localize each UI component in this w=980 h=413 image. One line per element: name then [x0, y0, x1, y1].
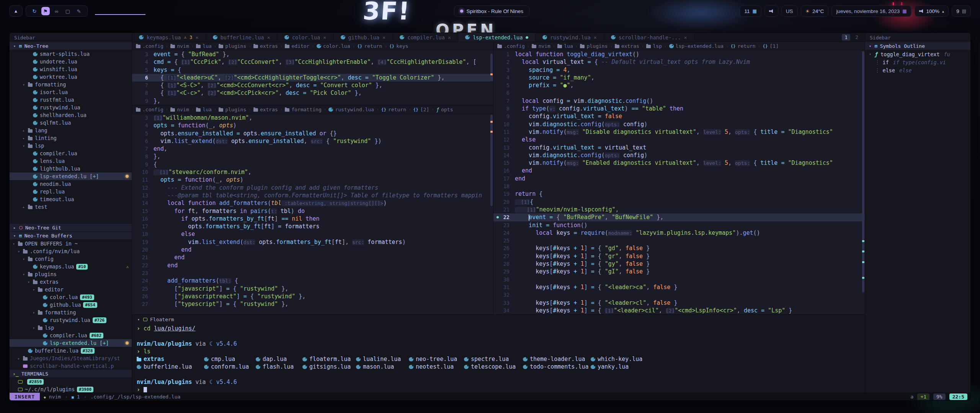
- outline-item[interactable]: ⋮ifif type(config.vi: [865, 58, 970, 66]
- code-line[interactable]: 10 [1]"stevearc/conform.nvim",: [132, 168, 493, 176]
- code-line[interactable]: 5 prefix = "●",: [493, 81, 865, 89]
- breadcrumb-item[interactable]: plugins: [219, 43, 246, 49]
- code-line[interactable]: 19 vim.list_extend(dst: opts.formatters_…: [132, 238, 493, 246]
- terminal-row[interactable]: #2859: [10, 378, 132, 385]
- scrollbar-thumb[interactable]: [490, 115, 493, 206]
- tab-lsp-extended-lua[interactable]: lsp-extended.lua●: [458, 33, 536, 42]
- quick-input[interactable]: [95, 7, 145, 15]
- breadcrumb-item[interactable]: ƒopts: [436, 107, 453, 112]
- breadcrumb-item[interactable]: {}return: [730, 43, 755, 49]
- buffer-row[interactable]: color.lua#493: [10, 293, 132, 301]
- code-line[interactable]: 17 opts.formatters_by_ft[ft] = formatter…: [132, 223, 493, 230]
- breadcrumb-item[interactable]: extras: [253, 43, 278, 49]
- section-header-neotree[interactable]: ▾ ▤ Neo-Tree: [10, 42, 132, 50]
- breadcrumb-item[interactable]: {}[1]: [763, 43, 779, 49]
- buffer-row[interactable]: ▾config: [10, 255, 132, 263]
- tab-bufferline-lua[interactable]: bufferline.lua×: [206, 33, 278, 42]
- outline-item[interactable]: ▾ƒtoggle_diag_virtextfu: [865, 50, 970, 58]
- code-line[interactable]: 20 [1]{: [493, 198, 865, 206]
- battery-island[interactable]: 9 ▤: [952, 5, 971, 17]
- code-line[interactable]: 11 opts = function(_, opts): [132, 176, 493, 184]
- code-line[interactable]: 26 ["javascriptreact"] = { "rustywind" }…: [132, 293, 493, 300]
- code-line[interactable]: 21 [1]"neovim/nvim-lspconfig",: [493, 206, 865, 213]
- breadcrumb-item[interactable]: formatting: [285, 107, 321, 112]
- tree-row[interactable]: rustfmt.lua: [10, 96, 132, 104]
- code-line[interactable]: 2 local virtual_text = { -- Default virt…: [493, 58, 865, 66]
- tab-rustywind-lua[interactable]: rustywind.lua×: [536, 33, 604, 42]
- code-line[interactable]: 11 vim.notify(msg: "Disable diagnostics …: [493, 128, 865, 136]
- tree-row[interactable]: repl.lua: [10, 188, 132, 195]
- code-line[interactable]: 12 --- Extend the conform plugin config …: [132, 184, 493, 192]
- breadcrumb-item[interactable]: {}keys: [389, 43, 408, 49]
- date-island[interactable]: jueves, noviembre 16, 2023 ▦: [831, 5, 911, 17]
- code-line[interactable]: 20 end: [132, 246, 493, 254]
- code-line[interactable]: 33 keys[#keys + 1] = { "<leader>cl", fal…: [493, 299, 865, 307]
- code-line[interactable]: 1local function toggle_diag_virtext(): [493, 50, 865, 58]
- code-line[interactable]: 18 else: [132, 230, 493, 238]
- code-line[interactable]: 15 for ft, formatters in pairs(t: tbl) d…: [132, 207, 493, 215]
- buffer-row[interactable]: ▾formatting: [10, 309, 132, 316]
- code-line[interactable]: 3 spacing = 4,: [493, 66, 865, 74]
- tree-row[interactable]: neodim.lua: [10, 180, 132, 188]
- topbar-input-island[interactable]: [91, 5, 150, 17]
- code-line[interactable]: 4opts = function(_, opts): [132, 122, 493, 129]
- terminal-winbar[interactable]: ▾ Floaterm: [132, 315, 865, 324]
- buffer-row[interactable]: bufferline.lua#328: [10, 347, 132, 354]
- buffer-row[interactable]: rustywind.lua#726: [10, 316, 132, 324]
- code-line[interactable]: 6 { [1]"<leader>uC", [2]"<cmd>CccHighlig…: [132, 74, 493, 81]
- tree-row[interactable]: smart-splits.lua: [10, 50, 132, 58]
- code-line[interactable]: 19return {: [493, 190, 865, 198]
- tree-row[interactable]: compiler.lua: [10, 150, 132, 157]
- code-line[interactable]: 30: [493, 276, 865, 283]
- buffer-row[interactable]: compiler.lua#682: [10, 332, 132, 339]
- code-line[interactable]: 27 keys[#keys + 1] = { "gr", false }: [493, 252, 865, 260]
- buffer-row[interactable]: ▾lsp: [10, 324, 132, 332]
- breadcrumb-item[interactable]: plugins: [219, 107, 246, 112]
- code-line[interactable]: 6 vim.list_extend(dst: opts.ensure_insta…: [132, 137, 493, 145]
- breadcrumb-item[interactable]: plugins: [580, 43, 608, 49]
- breadcrumb-item[interactable]: lsp-extended.lua: [669, 43, 724, 49]
- breadcrumb-item[interactable]: rustywind.lua: [328, 107, 374, 112]
- buffer-row[interactable]: ▾.config/nvim/lua: [10, 247, 132, 255]
- code-line[interactable]: 31 keys[#keys + 1] = { "<leader>ca", fal…: [493, 283, 865, 291]
- code-line[interactable]: 12 else: [493, 136, 865, 143]
- code-line[interactable]: 21 end: [132, 254, 493, 261]
- music-pill[interactable]: Spiritbox - Rule Of Nines: [454, 5, 530, 17]
- tree-row[interactable]: isort.lua: [10, 88, 132, 96]
- breadcrumb-item[interactable]: .config: [497, 43, 525, 49]
- section-header-git[interactable]: ▸ Neo-Tree Git: [10, 224, 132, 232]
- code-line[interactable]: 8 { [1]"<C-c>", [2]"<cmd>CccPick<cr>", d…: [132, 89, 493, 97]
- code-line[interactable]: 8 if type(v: config.virtual_text) == "ta…: [493, 105, 865, 112]
- breadcrumb-item[interactable]: {}return: [357, 43, 382, 49]
- breadcrumb-item[interactable]: extras: [615, 43, 639, 49]
- code-line[interactable]: 22 end: [132, 262, 493, 269]
- breadcrumb-item[interactable]: lua: [196, 107, 211, 112]
- tab-keymaps-lua[interactable]: keymaps.lua⚠3×: [132, 33, 206, 42]
- code-line[interactable]: 7 local config = vim.diagnostic.config(): [493, 97, 865, 105]
- breadcrumb-item[interactable]: .config: [136, 107, 163, 112]
- code-area[interactable]: 3[1]"williamboman/mason.nvim",4opts = fu…: [132, 114, 493, 314]
- code-line[interactable]: 7 { [1]"<S-C>", [2]"<cmd>CccConvert<cr>"…: [132, 81, 493, 89]
- tabpage-2[interactable]: 2: [853, 34, 861, 41]
- tree-row[interactable]: ▸lang: [10, 127, 132, 134]
- buffer-row[interactable]: ▾editor: [10, 286, 132, 293]
- scrollbar[interactable]: [862, 51, 864, 314]
- section-header-buffers[interactable]: ▾ ▤ Neo-Tree Buffers: [10, 232, 132, 240]
- tree-row[interactable]: ▸test: [10, 203, 132, 211]
- code-line[interactable]: 8},: [132, 153, 493, 160]
- tab-color-lua[interactable]: color.lua×: [278, 33, 334, 42]
- breadcrumb-item[interactable]: {}return: [381, 107, 406, 112]
- copy-button[interactable]: ▢: [64, 7, 72, 15]
- code-line[interactable]: 6: [493, 89, 865, 97]
- tab-github-lua[interactable]: github.lua×: [334, 33, 393, 42]
- breadcrumb-item[interactable]: nvim: [532, 43, 550, 49]
- code-line[interactable]: 5keys = {: [132, 66, 493, 74]
- code-line[interactable]: 23 init = function(): [493, 221, 865, 229]
- breadcrumb-item[interactable]: color.lua: [317, 43, 350, 49]
- breadcrumb-item[interactable]: lsp: [646, 43, 662, 49]
- buffer-row[interactable]: ▾extras: [10, 278, 132, 286]
- code-line[interactable]: 24 local keys = require(modname: "lazyvi…: [493, 229, 865, 237]
- breadcrumb-item[interactable]: extras: [253, 107, 278, 112]
- code-line[interactable]: 13 ---@param tbl table<string, conform.F…: [132, 192, 493, 199]
- refresh-button[interactable]: ↻: [30, 7, 39, 15]
